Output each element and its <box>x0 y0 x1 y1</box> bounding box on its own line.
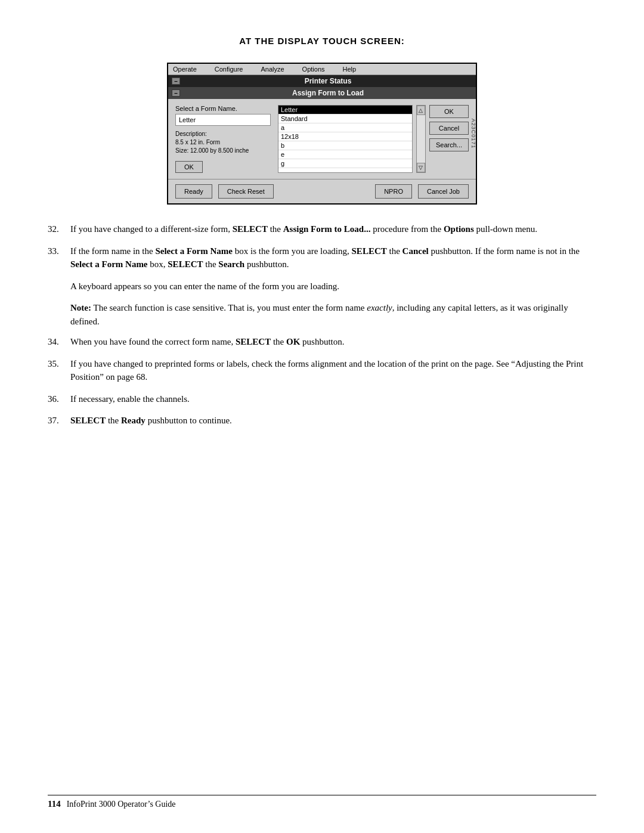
step-35-content: If you have changed to preprinted forms … <box>70 357 596 384</box>
screen-mockup: Operate Configure Analyze Options Help –… <box>167 63 477 205</box>
bottom-button-bar: Ready Check Reset NPRO Cancel Job <box>168 179 476 203</box>
form-list[interactable]: Letter Standard a 12x18 b e g <box>278 105 413 173</box>
assign-form-titlebar: – Assign Form to Load <box>168 87 476 99</box>
list-item[interactable]: 12x18 <box>278 132 412 141</box>
step-36: 36. If necessary, enable the channels. <box>48 392 596 406</box>
minimize-btn-inner[interactable]: – <box>172 89 180 97</box>
form-name-label: Select a Form Name. <box>175 105 271 112</box>
list-item[interactable]: g <box>278 159 412 168</box>
step-34-content: When you have found the correct form nam… <box>70 335 596 349</box>
minimize-btn-outer[interactable]: – <box>172 78 180 85</box>
scroll-track <box>417 115 425 163</box>
step-33-num: 33. <box>48 244 70 271</box>
menu-analyze[interactable]: Analyze <box>261 66 284 73</box>
cancel-button[interactable]: Cancel <box>429 122 469 135</box>
section-heading: AT THE DISPLAY TOUCH SCREEN: <box>48 36 596 46</box>
step-37-num: 37. <box>48 414 70 428</box>
scroll-down-btn[interactable]: ▽ <box>417 163 425 172</box>
description-value: 8.5 x 12 in. Form <box>175 139 271 145</box>
npro-button[interactable]: NPRO <box>375 184 412 199</box>
description-label: Description: <box>175 131 271 137</box>
left-panel: Select a Form Name. Letter Description: … <box>175 105 271 173</box>
step-36-num: 36. <box>48 392 70 406</box>
step-37: 37. SELECT the Ready pushbutton to conti… <box>48 414 596 428</box>
step-34-num: 34. <box>48 335 70 349</box>
note-label: Note: <box>70 303 91 312</box>
step-33-content: If the form name in the Select a Form Na… <box>70 244 596 271</box>
menu-operate[interactable]: Operate <box>173 66 197 73</box>
cancel-job-button[interactable]: Cancel Job <box>418 184 469 199</box>
printer-status-title: Printer Status <box>184 77 472 85</box>
ready-button[interactable]: Ready <box>175 184 212 199</box>
page-number: 114 <box>48 799 61 809</box>
step-32-num: 32. <box>48 222 70 236</box>
menu-bar: Operate Configure Analyze Options Help <box>168 64 476 75</box>
assign-form-title: Assign Form to Load <box>184 89 472 97</box>
ok-small-button[interactable]: OK <box>175 161 203 173</box>
scrollbar[interactable]: △ ▽ <box>416 105 426 173</box>
step-32-content: If you have changed to a different-size … <box>70 222 596 236</box>
steps-list-continued: 34. When you have found the correct form… <box>48 335 596 428</box>
step-34: 34. When you have found the correct form… <box>48 335 596 349</box>
note-block: Note: The search function is case sensit… <box>70 301 596 328</box>
step-37-content: SELECT the Ready pushbutton to continue. <box>70 414 596 428</box>
step-36-content: If necessary, enable the channels. <box>70 392 596 406</box>
scroll-up-btn[interactable]: △ <box>417 106 425 115</box>
dialog-body: Select a Form Name. Letter Description: … <box>168 99 476 179</box>
steps-list: 32. If you have changed to a different-s… <box>48 222 596 271</box>
side-label: A23C0171 <box>471 119 477 149</box>
menu-options[interactable]: Options <box>302 66 325 73</box>
form-name-box[interactable]: Letter <box>175 114 271 126</box>
action-buttons: OK Cancel Search... <box>429 105 469 173</box>
step-33: 33. If the form name in the Select a For… <box>48 244 596 271</box>
footer-title: InfoPrint 3000 Operator’s Guide <box>67 800 176 809</box>
list-item[interactable]: b <box>278 141 412 150</box>
list-item[interactable]: Letter <box>278 106 412 114</box>
search-button[interactable]: Search... <box>429 138 469 151</box>
list-item[interactable]: e <box>278 150 412 159</box>
printer-status-titlebar: – Printer Status <box>168 75 476 87</box>
right-panel: Letter Standard a 12x18 b e g △ ▽ OK Can… <box>278 105 469 173</box>
menu-help[interactable]: Help <box>343 66 357 73</box>
list-item[interactable]: a <box>278 123 412 132</box>
menu-configure[interactable]: Configure <box>215 66 243 73</box>
step-35: 35. If you have changed to preprinted fo… <box>48 357 596 384</box>
step-32: 32. If you have changed to a different-s… <box>48 222 596 236</box>
ok-button[interactable]: OK <box>429 105 469 118</box>
page-footer: 114 InfoPrint 3000 Operator’s Guide <box>48 795 596 809</box>
list-item[interactable]: Standard <box>278 114 412 123</box>
step-35-num: 35. <box>48 357 70 384</box>
size-value: Size: 12.000 by 8.500 inche <box>175 147 271 154</box>
keyboard-note: A keyboard appears so you can enter the … <box>70 280 596 293</box>
check-reset-button[interactable]: Check Reset <box>218 184 274 199</box>
